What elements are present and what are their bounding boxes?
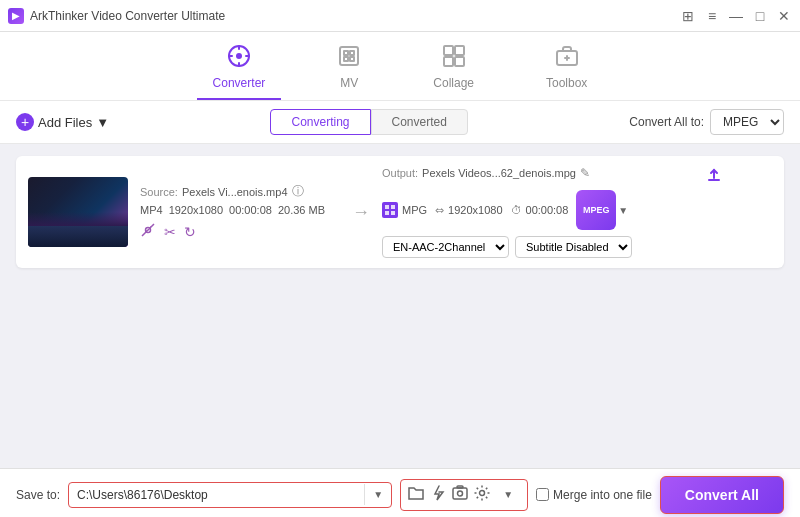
source-size: 20.36 MB (278, 204, 325, 216)
file-source: Source: Pexels Vi...enois.mp4 ⓘ (140, 183, 340, 200)
main-content: Source: Pexels Vi...enois.mp4 ⓘ MP4 1920… (0, 144, 800, 468)
svg-rect-13 (444, 57, 453, 66)
merge-label: Merge into one file (553, 488, 652, 502)
info-icon[interactable]: ⓘ (292, 183, 304, 200)
window-controls: ⊞ ≡ — □ ✕ (680, 8, 792, 24)
file-thumbnail (28, 177, 128, 247)
add-files-button[interactable]: + Add Files ▼ (16, 113, 109, 131)
title-bar: ▶ ArkThinker Video Converter Ultimate ⊞ … (0, 0, 800, 32)
output-format: MPG (382, 202, 427, 218)
rotate-icon[interactable]: ↻ (184, 224, 196, 240)
output-meta: MPG ⇔ 1920x1080 ⏱ 00:00:08 MPEG ▼ (382, 190, 772, 230)
folder-icon[interactable] (407, 484, 425, 506)
output-label: Output: (382, 167, 418, 179)
screenshot-icon[interactable] (451, 484, 469, 506)
svg-point-1 (236, 53, 242, 59)
svg-rect-8 (350, 51, 354, 55)
bottom-bar: Save to: ▼ ▼ (0, 468, 800, 517)
mpeg-badge[interactable]: MPEG (576, 190, 616, 230)
minimize-button[interactable]: — (728, 8, 744, 24)
enhance-icon[interactable] (140, 222, 156, 241)
file-item: Source: Pexels Vi...enois.mp4 ⓘ MP4 1920… (16, 156, 784, 268)
audio-select[interactable]: EN-AAC-2Channel (382, 236, 509, 258)
resolution-icon: ⇔ (435, 204, 444, 217)
svg-rect-11 (444, 46, 453, 55)
add-files-arrow-icon: ▼ (96, 115, 109, 130)
svg-rect-9 (344, 57, 348, 61)
svg-rect-25 (453, 488, 467, 499)
mv-icon (337, 44, 361, 72)
file-output: Output: Pexels Videos...62_denois.mpg ✎ (382, 166, 590, 180)
svg-rect-12 (455, 46, 464, 55)
tab-toolbox-label: Toolbox (546, 76, 587, 90)
output-duration: ⏱ 00:00:08 (511, 204, 569, 216)
convert-all-to: Convert All to: MPEG MP4 AVI MOV (629, 109, 784, 135)
converter-icon (227, 44, 251, 72)
output-format-label: MPG (402, 204, 427, 216)
file-actions: ✂ ↻ (140, 222, 340, 241)
subtitle-select[interactable]: Subtitle Disabled (515, 236, 632, 258)
save-to-dropdown-icon[interactable]: ▼ (364, 484, 391, 505)
tab-converter-label: Converter (213, 76, 266, 90)
tab-toolbox[interactable]: Toolbox (530, 40, 603, 100)
svg-point-28 (480, 490, 485, 495)
svg-rect-10 (350, 57, 354, 61)
mpeg-dropdown-arrow[interactable]: ▼ (618, 205, 628, 216)
app-icon: ▶ (8, 8, 24, 24)
maximize-button[interactable]: □ (752, 8, 768, 24)
settings-gear-icon[interactable] (473, 484, 491, 506)
file-meta: MP4 1920x1080 00:00:08 20.36 MB (140, 204, 340, 216)
toolbox-icon (555, 44, 579, 72)
merge-checkbox-wrapper: Merge into one file (536, 488, 652, 502)
output-resolution-value: 1920x1080 (448, 204, 502, 216)
output-selects: EN-AAC-2Channel Subtitle Disabled (382, 236, 772, 258)
grid-button[interactable]: ⊞ (680, 8, 696, 24)
lines-button[interactable]: ≡ (704, 8, 720, 24)
convert-all-button[interactable]: Convert All (660, 476, 784, 514)
flash-icon[interactable] (429, 484, 447, 506)
save-to-label: Save to: (16, 488, 60, 502)
output-duration-value: 00:00:08 (526, 204, 569, 216)
plus-icon: + (16, 113, 34, 131)
nav-tabs: Converter MV Collage (0, 32, 800, 101)
svg-point-26 (458, 491, 463, 496)
source-resolution: 1920x1080 (169, 204, 223, 216)
toolbar: + Add Files ▼ Converting Converted Conve… (0, 101, 800, 144)
svg-rect-23 (385, 211, 389, 215)
status-tabs: Converting Converted (117, 109, 621, 135)
bottom-action-icons: ▼ (400, 479, 528, 511)
merge-checkbox[interactable] (536, 488, 549, 501)
mpeg-label: MPEG (583, 205, 610, 216)
converted-tab[interactable]: Converted (371, 109, 468, 135)
app-title: ArkThinker Video Converter Ultimate (30, 9, 680, 23)
convert-all-to-label: Convert All to: (629, 115, 704, 129)
output-name: Pexels Videos...62_denois.mpg (422, 167, 576, 179)
mpeg-button[interactable]: MPEG ▼ (576, 190, 628, 230)
file-info-right: Output: Pexels Videos...62_denois.mpg ✎ (382, 166, 772, 258)
output-resolution: ⇔ 1920x1080 (435, 204, 502, 217)
tab-converter[interactable]: Converter (197, 40, 282, 100)
format-select[interactable]: MPEG MP4 AVI MOV (710, 109, 784, 135)
edit-icon[interactable]: ✎ (580, 166, 590, 180)
converting-tab[interactable]: Converting (270, 109, 370, 135)
close-button[interactable]: ✕ (776, 8, 792, 24)
tab-mv[interactable]: MV (321, 40, 377, 100)
file-info-left: Source: Pexels Vi...enois.mp4 ⓘ MP4 1920… (140, 183, 340, 241)
format-icon (382, 202, 398, 218)
svg-rect-7 (344, 51, 348, 55)
collage-icon (442, 44, 466, 72)
save-to-input[interactable] (69, 483, 364, 507)
svg-rect-6 (340, 47, 358, 65)
source-format: MP4 (140, 204, 163, 216)
source-name: Pexels Vi...enois.mp4 (182, 186, 288, 198)
upload-icon[interactable] (706, 166, 722, 186)
source-label: Source: (140, 186, 178, 198)
tab-collage[interactable]: Collage (417, 40, 490, 100)
svg-rect-21 (385, 205, 389, 209)
save-to-wrapper: ▼ (68, 482, 392, 508)
arrow-right: → (352, 202, 370, 223)
settings-dropdown-icon[interactable]: ▼ (495, 484, 521, 505)
svg-rect-22 (391, 205, 395, 209)
tab-collage-label: Collage (433, 76, 474, 90)
cut-icon[interactable]: ✂ (164, 224, 176, 240)
